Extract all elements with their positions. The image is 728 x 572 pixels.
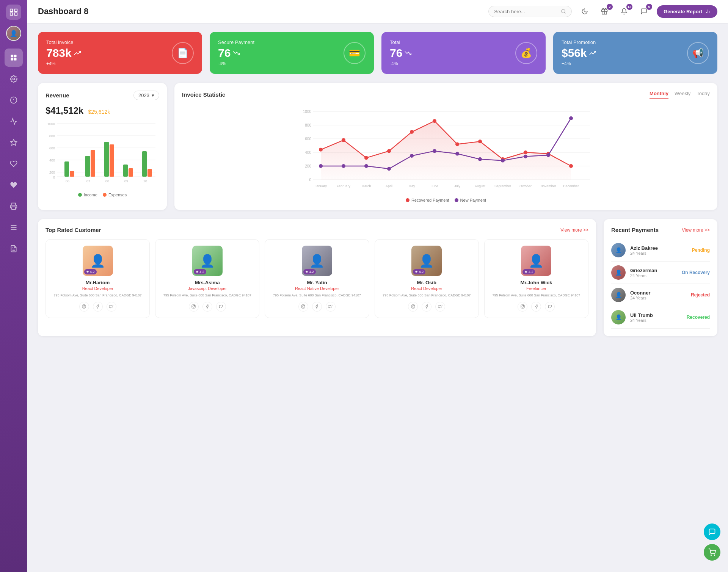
instagram-icon[interactable] bbox=[408, 302, 418, 312]
svg-point-81 bbox=[387, 167, 391, 171]
sidebar-item-wishlist[interactable] bbox=[5, 155, 23, 173]
customers-title: Top Rated Customer bbox=[46, 227, 101, 233]
invoice-value: 783k bbox=[46, 47, 81, 60]
chat-icon-btn[interactable]: 5 bbox=[637, 5, 651, 18]
generate-report-button[interactable]: Generate Report bbox=[657, 5, 717, 18]
tab-weekly[interactable]: Weekly bbox=[675, 91, 690, 99]
sidebar-item-dashboard[interactable] bbox=[5, 49, 23, 67]
svg-text:10: 10 bbox=[143, 179, 147, 183]
sidebar-item-liked[interactable] bbox=[5, 176, 23, 194]
instagram-icon[interactable] bbox=[79, 302, 89, 312]
instagram-icon[interactable] bbox=[518, 302, 527, 312]
gift-icon-btn[interactable]: 2 bbox=[598, 5, 611, 18]
payment-age: 24 Years bbox=[630, 318, 682, 323]
svg-text:0: 0 bbox=[309, 178, 311, 182]
sidebar-item-menu[interactable] bbox=[5, 218, 23, 237]
invoice-icon: 📄 bbox=[172, 42, 194, 64]
invoice-trend: +4% bbox=[46, 61, 81, 66]
fab-cart[interactable] bbox=[704, 544, 720, 561]
sidebar-item-settings[interactable] bbox=[5, 70, 23, 88]
twitter-icon[interactable] bbox=[326, 302, 336, 312]
facebook-icon[interactable] bbox=[93, 302, 103, 312]
svg-text:1000: 1000 bbox=[47, 122, 55, 126]
facebook-icon[interactable] bbox=[202, 302, 212, 312]
payments-list: 👤 Aziz Bakree 24 Years Pending 👤 Griezer… bbox=[611, 239, 710, 329]
customers-view-more[interactable]: View more >> bbox=[560, 227, 588, 233]
search-input[interactable] bbox=[494, 9, 558, 14]
svg-point-87 bbox=[524, 155, 527, 158]
svg-rect-39 bbox=[70, 171, 74, 177]
svg-text:October: October bbox=[519, 184, 532, 188]
sidebar: 👤 bbox=[0, 0, 27, 572]
svg-rect-47 bbox=[147, 169, 152, 177]
customers-card: Top Rated Customer View more >> 👤 ★ 4.2 … bbox=[38, 219, 596, 336]
facebook-icon[interactable] bbox=[422, 302, 431, 312]
customer-role: React Developer bbox=[50, 286, 146, 291]
sidebar-item-reports[interactable] bbox=[5, 240, 23, 258]
twitter-icon[interactable] bbox=[435, 302, 445, 312]
twitter-icon[interactable] bbox=[545, 302, 555, 312]
payment-info: Griezerman 24 Years bbox=[630, 268, 677, 278]
svg-rect-13 bbox=[12, 207, 16, 210]
svg-point-89 bbox=[569, 116, 573, 120]
payment-item: 👤 Oconner 24 Years Rejected bbox=[611, 284, 710, 306]
svg-text:May: May bbox=[408, 184, 415, 188]
tab-monthly[interactable]: Monthly bbox=[650, 91, 668, 99]
twitter-icon[interactable] bbox=[216, 302, 226, 312]
fab-support[interactable] bbox=[704, 523, 720, 540]
payment-trend: -4% bbox=[218, 61, 254, 66]
promo-icon: 📢 bbox=[687, 42, 709, 64]
social-icons bbox=[488, 302, 584, 312]
svg-point-107 bbox=[195, 305, 195, 306]
twitter-icon[interactable] bbox=[107, 302, 116, 312]
sidebar-logo[interactable] bbox=[6, 5, 21, 20]
svg-rect-45 bbox=[129, 168, 133, 177]
invoice-tabs: Monthly Weekly Today bbox=[650, 91, 710, 99]
bell-icon-btn[interactable]: 12 bbox=[617, 5, 631, 18]
avatar[interactable]: 👤 bbox=[6, 26, 21, 41]
instagram-icon[interactable] bbox=[298, 302, 308, 312]
social-icons bbox=[159, 302, 255, 312]
stat-card-invoice: Total invoice 783k +4% 📄 bbox=[38, 32, 202, 74]
svg-text:July: July bbox=[454, 184, 461, 188]
payment-info: Aziz Bakree 24 Years bbox=[630, 245, 687, 255]
payment-name: Uli Trumb bbox=[630, 312, 682, 318]
tab-today[interactable]: Today bbox=[697, 91, 710, 99]
svg-rect-41 bbox=[91, 150, 95, 177]
sidebar-item-info[interactable] bbox=[5, 91, 23, 109]
svg-text:200: 200 bbox=[49, 171, 55, 174]
svg-rect-4 bbox=[11, 55, 14, 58]
svg-text:08: 08 bbox=[105, 179, 109, 183]
svg-text:800: 800 bbox=[305, 123, 311, 127]
instagram-icon[interactable] bbox=[189, 302, 199, 312]
sidebar-item-print[interactable] bbox=[5, 197, 23, 215]
payments-view-more[interactable]: View more >> bbox=[682, 227, 710, 233]
customer-address: 795 Folsom Ave, Suite 600 San Francisco,… bbox=[379, 293, 475, 298]
customer-photo: 👤 ★ 4.2 bbox=[192, 246, 223, 276]
svg-text:February: February bbox=[337, 184, 351, 188]
customer-photo: 👤 ★ 4.2 bbox=[302, 246, 332, 276]
payments-header: Recent Payments View more >> bbox=[611, 227, 710, 233]
customer-address: 795 Folsom Ave, Suite 600 San Francisco,… bbox=[488, 293, 584, 298]
year-selector[interactable]: 2023 ▾ bbox=[133, 91, 159, 100]
sidebar-item-favorites[interactable] bbox=[5, 133, 23, 152]
svg-point-110 bbox=[304, 305, 304, 306]
svg-point-66 bbox=[319, 148, 323, 152]
facebook-icon[interactable] bbox=[312, 302, 322, 312]
search-bar[interactable] bbox=[488, 6, 572, 17]
revenue-card: Revenue 2023 ▾ $41,512k $25,612k bbox=[38, 83, 167, 210]
sidebar-item-analytics[interactable] bbox=[5, 112, 23, 130]
customer-role: React Developer bbox=[379, 286, 475, 291]
payment-info: Oconner 24 Years bbox=[630, 290, 686, 300]
header-icons: 2 12 5 Generate Report bbox=[578, 5, 717, 18]
svg-point-71 bbox=[433, 119, 436, 123]
theme-toggle[interactable] bbox=[578, 5, 592, 18]
svg-rect-42 bbox=[104, 142, 109, 177]
payment-age: 24 Years bbox=[630, 296, 686, 300]
svg-line-20 bbox=[565, 13, 566, 14]
invoice-label: Total invoice bbox=[46, 39, 81, 45]
bar-chart-legend: Income Expenses bbox=[46, 193, 159, 197]
total-trend: -4% bbox=[390, 61, 411, 66]
svg-text:April: April bbox=[386, 184, 392, 188]
facebook-icon[interactable] bbox=[531, 302, 541, 312]
